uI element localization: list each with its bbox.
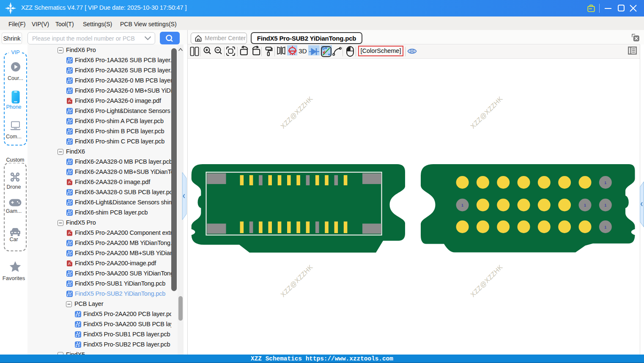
svg-text:1: 1: [584, 203, 586, 207]
svg-text:XZZ@XZZHK: XZZ@XZZHK: [279, 263, 314, 298]
svg-text:XZZ@XZZHK: XZZ@XZZHK: [469, 263, 504, 298]
svg-text:1: 1: [604, 181, 606, 185]
svg-text:1: 1: [461, 203, 463, 207]
svg-text:1: 1: [604, 203, 606, 207]
svg-text:XZZ@XZZHK: XZZ@XZZHK: [469, 95, 504, 130]
svg-text:XZZ@XZZHK: XZZ@XZZHK: [279, 95, 314, 130]
svg-text:1: 1: [604, 225, 606, 229]
